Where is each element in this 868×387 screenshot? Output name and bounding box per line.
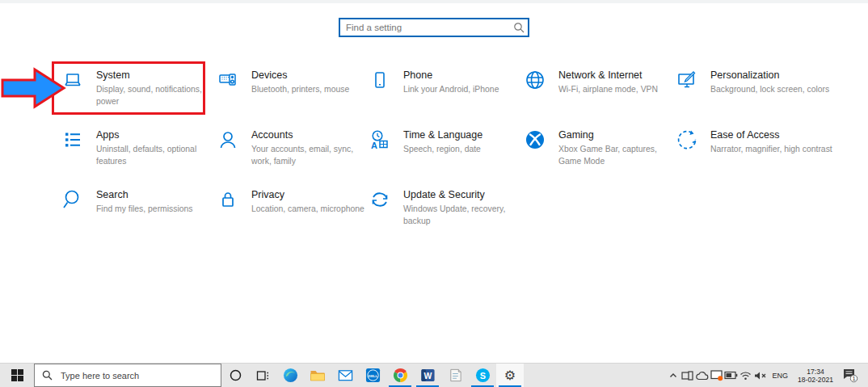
taskbar-search-input[interactable]: [59, 364, 221, 387]
wifi-icon[interactable]: [739, 371, 753, 381]
start-button[interactable]: [0, 364, 34, 387]
tile-desc: Wi-Fi, airplane mode, VPN: [558, 84, 680, 96]
tile-desc: Link your Android, iPhone: [403, 84, 525, 96]
tile-title: Update & Security: [403, 189, 525, 200]
cortana-button[interactable]: [221, 364, 249, 387]
tile-time-language[interactable]: A Time & Language Speech, region, date: [369, 128, 517, 156]
blue-arrow-annotation: [1, 65, 67, 111]
devices-icon: [217, 68, 241, 96]
system-tray: ENG 17:34 18-02-2021 1: [666, 364, 868, 387]
clock-language-icon: A: [369, 128, 393, 156]
tile-apps[interactable]: Apps Uninstall, defaults, optional featu…: [61, 128, 210, 167]
skype-app-button[interactable]: S: [469, 364, 496, 387]
mail-icon: [338, 368, 353, 383]
ease-of-access-icon: [676, 128, 700, 156]
tile-desc: Narrator, magnifier, high contrast: [710, 144, 832, 156]
word-icon: W: [420, 368, 436, 383]
globe-icon: [524, 68, 548, 96]
window-top-edge: [0, 0, 868, 3]
tile-search[interactable]: Search Find my files, permissions: [61, 187, 210, 216]
clock[interactable]: 17:34 18-02-2021: [793, 368, 838, 384]
tile-ease-of-access[interactable]: Ease of Access Narrator, magnifier, high…: [676, 128, 824, 156]
tile-title: Time & Language: [403, 129, 525, 141]
tile-title: Accounts: [251, 129, 373, 141]
language-indicator[interactable]: ENG: [768, 372, 794, 380]
tile-privacy[interactable]: Privacy Location, camera, microphone: [217, 187, 365, 216]
tile-title: Ease of Access: [710, 129, 832, 141]
settings-search-input[interactable]: [340, 19, 510, 36]
mail-app-button[interactable]: [331, 364, 359, 387]
tile-desc: Speech, region, date: [403, 144, 525, 156]
tile-personalization[interactable]: Personalization Background, lock screen,…: [676, 68, 824, 96]
search-icon: [42, 370, 53, 381]
tile-desc: Your accounts, email, sync, work, family: [251, 144, 373, 167]
tile-desc: Bluetooth, printers, mouse: [251, 84, 373, 96]
tray-chevron-up-icon[interactable]: [666, 371, 680, 381]
chrome-app-button[interactable]: [386, 364, 414, 387]
display-share-icon[interactable]: [710, 369, 724, 381]
svg-text:A: A: [371, 141, 377, 150]
tile-title: Privacy: [251, 189, 373, 200]
tile-title: Personalization: [710, 69, 832, 81]
tile-update-security[interactable]: Update & Security Windows Update, recove…: [369, 187, 517, 227]
apps-icon: [61, 128, 86, 167]
tile-phone[interactable]: Phone Link your Android, iPhone: [369, 68, 517, 96]
edge-app-button[interactable]: [276, 364, 304, 387]
tile-network[interactable]: Network & Internet Wi-Fi, airplane mode,…: [524, 68, 672, 96]
notepad-icon: [448, 368, 463, 383]
tile-desc: Find my files, permissions: [96, 204, 218, 216]
dell-icon: DELL: [365, 368, 381, 383]
task-view-button[interactable]: [249, 364, 276, 387]
taskbar: DELL W S ⚙: [0, 363, 868, 387]
tile-system[interactable]: System Display, sound, notifications, po…: [61, 68, 210, 107]
notepad-app-button[interactable]: [441, 364, 469, 387]
date-label: 18-02-2021: [798, 376, 833, 384]
xbox-icon: [524, 128, 548, 167]
windows-logo-icon: [11, 369, 23, 381]
cortana-icon: [230, 369, 242, 381]
taskbar-search-box[interactable]: [34, 364, 221, 387]
tile-title: Network & Internet: [558, 69, 680, 81]
svg-text:DELL: DELL: [368, 374, 377, 378]
tile-desc: Windows Update, recovery, backup: [403, 204, 525, 227]
volume-muted-icon[interactable]: [753, 371, 768, 381]
tile-title: System: [96, 69, 218, 81]
your-phone-icon[interactable]: [680, 370, 695, 381]
tile-desc: Location, camera, microphone: [251, 204, 373, 216]
system-icon: [61, 68, 86, 107]
file-explorer-icon: [310, 368, 326, 384]
personalization-icon: [676, 68, 700, 96]
file-explorer-button[interactable]: [304, 364, 331, 387]
dell-app-button[interactable]: DELL: [359, 364, 386, 387]
tile-title: Apps: [96, 129, 218, 141]
tile-gaming[interactable]: Gaming Xbox Game Bar, captures, Game Mod…: [524, 128, 672, 167]
tile-title: Search: [96, 189, 218, 200]
tile-accounts[interactable]: Accounts Your accounts, email, sync, wor…: [217, 128, 365, 167]
svg-text:W: W: [423, 372, 432, 381]
settings-search-box[interactable]: [339, 18, 529, 37]
tile-title: Phone: [403, 69, 525, 81]
tile-desc: Background, lock screen, colors: [710, 84, 832, 96]
task-view-icon: [256, 369, 269, 382]
lock-icon: [217, 187, 241, 216]
notification-center-button[interactable]: 1: [838, 368, 862, 383]
notification-icon: 1: [842, 368, 858, 383]
svg-text:S: S: [479, 371, 485, 381]
phone-icon: [369, 68, 393, 96]
chrome-icon: [393, 368, 408, 383]
word-app-button[interactable]: W: [414, 364, 441, 387]
onedrive-cloud-icon[interactable]: [695, 371, 710, 381]
refresh-icon: [369, 187, 393, 227]
tile-desc: Uninstall, defaults, optional features: [96, 144, 218, 167]
tile-desc: Display, sound, notifications, power: [96, 84, 218, 107]
battery-icon[interactable]: [724, 371, 739, 380]
search-icon: [510, 22, 528, 33]
time-label: 17:34: [798, 368, 833, 376]
settings-gear-icon: ⚙: [504, 369, 516, 382]
skype-icon: S: [475, 368, 491, 383]
settings-app-button[interactable]: ⚙: [496, 364, 524, 387]
edge-icon: [283, 368, 298, 383]
tile-devices[interactable]: Devices Bluetooth, printers, mouse: [217, 68, 365, 96]
person-icon: [217, 128, 241, 167]
magnifier-icon: [61, 187, 86, 216]
